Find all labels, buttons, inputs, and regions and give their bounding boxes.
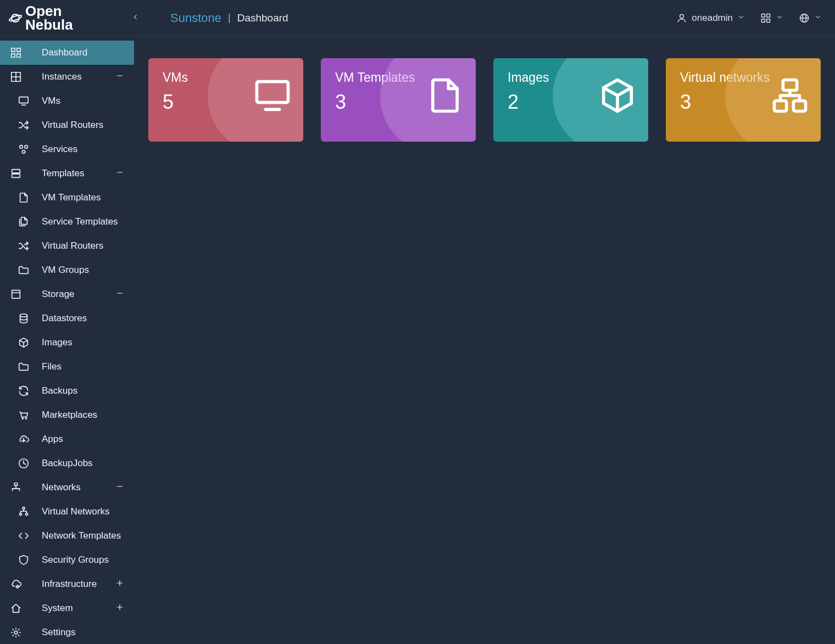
nav-network-templates[interactable]: Network Templates [0,524,134,548]
nav-service-templates[interactable]: Service Templates [0,210,134,234]
gear-icon [10,626,22,639]
box-icon [10,288,22,300]
chevron-down-icon [776,13,783,21]
card-images[interactable]: Images 2 [493,58,648,142]
nav-backupjobs[interactable]: BackupJobs [0,451,134,475]
folder-icon [18,264,30,276]
cloud-download-icon [18,433,30,445]
nav-virtual-networks[interactable]: Virtual Networks [0,500,134,524]
breadcrumb: Sunstone | Dashboard [170,11,288,25]
nav-vm-templates[interactable]: VM Templates [0,186,134,210]
database-icon [18,312,30,324]
nav-label: Instances [42,71,115,82]
nav-marketplaces[interactable]: Marketplaces [0,403,134,427]
files-icon [18,216,30,228]
view-menu[interactable] [760,13,783,24]
minus-icon [115,482,124,491]
grid-icon [760,13,771,24]
network-icon [10,481,22,494]
nav-label: Network Templates [42,530,121,541]
code-icon [18,530,30,542]
sidebar: Dashboard Instances VMs Virtual Routers … [0,36,134,644]
nav-label: BackupJobs [42,458,93,469]
nav-networks[interactable]: Networks [0,475,134,500]
nav-system[interactable]: System [0,596,134,620]
network-icon [769,75,811,116]
nav-label: VMs [42,96,60,107]
logo-text-2: Nebula [25,18,73,32]
card-vm-templates[interactable]: VM Templates 3 [321,58,476,142]
file-icon [18,192,30,204]
nav-services[interactable]: Services [0,137,134,161]
nav-images[interactable]: Images [0,331,134,355]
nav-datastores[interactable]: Datastores [0,306,134,331]
page-title: Dashboard [237,12,288,24]
sidebar-collapse-button[interactable] [129,10,143,26]
logo-text-1: Open [25,4,73,18]
nav-label: Networks [42,482,115,493]
chevron-down-icon [737,13,745,21]
minus-icon [115,71,124,80]
nav-label: Dashboard [42,47,124,58]
nav-security-groups[interactable]: Security Groups [0,548,134,572]
nav-label: Virtual Routers [42,240,103,251]
nav-label: System [42,603,115,614]
refresh-icon [18,385,30,397]
cube-icon [597,75,638,116]
nav-label: Virtual Networks [42,506,109,517]
card-vms[interactable]: VMs 5 [148,58,303,142]
chevron-left-icon [132,13,140,21]
file-icon [424,75,466,116]
nav-dashboard[interactable]: Dashboard [0,41,134,65]
nav-templates-vrouters[interactable]: Virtual Routers [0,234,134,258]
zone-menu[interactable] [799,13,822,24]
cloud-gear-icon [10,578,22,590]
nav-label: Images [42,337,73,348]
nav-label: Marketplaces [42,410,97,421]
nav-apps[interactable]: Apps [0,427,134,451]
shuffle-icon [18,240,30,252]
services-icon [18,143,30,155]
nav-infrastructure[interactable]: Infrastructure [0,572,134,596]
sitemap-icon [18,506,30,518]
grid-icon [10,71,22,83]
shield-icon [18,554,30,566]
monitor-icon [252,75,293,116]
nav-label: Infrastructure [42,579,115,590]
chevron-down-icon [814,13,822,21]
nav-label: Storage [42,289,115,300]
clock-icon [18,457,30,469]
nav-label: Files [42,361,62,372]
shuffle-icon [18,119,30,131]
dashboard-icon [10,47,22,59]
nav-instances[interactable]: Instances [0,65,134,89]
cart-icon [18,409,30,421]
card-virtual-networks[interactable]: Virtual networks 3 [666,58,821,142]
user-menu[interactable]: oneadmin [676,13,745,24]
nav-label: Datastores [42,313,87,324]
user-name: oneadmin [692,13,733,24]
main-content: VMs 5 VM Templates 3 Images 2 [134,36,835,644]
nav-label: Settings [42,627,124,638]
nav-storage[interactable]: Storage [0,282,134,306]
nav-label: Security Groups [42,555,109,565]
brand-name: Sunstone [170,11,221,25]
folder-icon [18,361,30,373]
nav-label: VM Templates [42,192,101,203]
nav-label: VM Groups [42,265,89,276]
nav-virtual-routers[interactable]: Virtual Routers [0,113,134,137]
nav-label: Services [42,144,77,155]
plus-icon [115,579,124,587]
user-icon [676,13,687,24]
nav-files[interactable]: Files [0,355,134,379]
logo[interactable]: Open Nebula [8,4,73,31]
nav-label: Templates [42,168,115,179]
nav-vms[interactable]: VMs [0,89,134,113]
minus-icon [115,168,124,177]
home-icon [10,602,22,614]
nav-backups[interactable]: Backups [0,379,134,403]
nav-vm-groups[interactable]: VM Groups [0,258,134,282]
nav-templates[interactable]: Templates [0,161,134,186]
breadcrumb-separator: | [228,12,231,24]
nav-settings[interactable]: Settings [0,620,134,644]
